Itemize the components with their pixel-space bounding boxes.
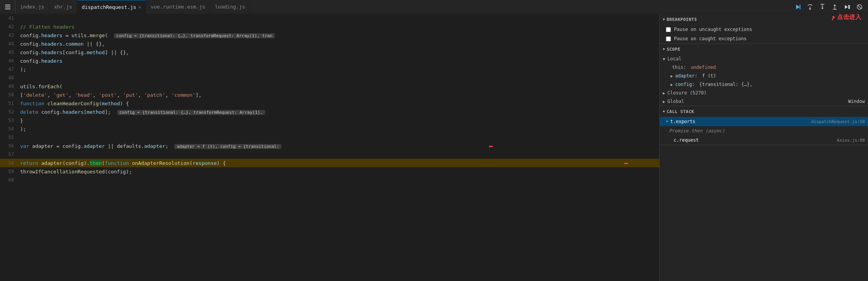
red-arrow-2: ⬅ [624,160,628,166]
step-out-button[interactable] [829,2,840,12]
svg-marker-11 [834,4,836,6]
global-value: Window [848,99,865,104]
pause-uncaught-row: Pause on uncaught exceptions [660,25,868,34]
scope-header[interactable]: ▼ Scope [660,44,868,55]
table-row: 56 var adapter = config.adapter || defau… [0,142,659,150]
resume-button[interactable] [792,2,803,12]
continue-button[interactable] [842,2,853,12]
config-value: {transitional: {…}, [700,82,752,87]
table-row: 52 delete config.headers[method]; config… [0,108,659,116]
annotation: ↗ 点击进入 [830,14,861,22]
scope-global-row[interactable]: ▶ Global Window [660,97,868,106]
tab-bar: index.js xhr.js dispatchRequest.js ✕ vue… [0,0,868,14]
svg-marker-6 [809,9,811,10]
scope-config-row[interactable]: ▶ config: {transitional: {…}, [660,80,868,89]
table-row: 43 config.headers = utils.merge( config … [0,31,659,39]
table-row: 47 ); [0,65,659,74]
code-lines: 41 42 // Flatten headers 43 config.heade… [0,14,659,281]
pause-uncaught-label: Pause on uncaught exceptions [674,27,752,32]
annotation-text: 点击进入 [837,14,861,21]
this-value: undefined [691,65,716,70]
pause-caught-label: Pause on caught exceptions [674,36,747,41]
call-stack-item-2[interactable]: c.request Axios.js:88 [660,135,868,145]
table-row: 51 function cleanHeaderConfig(method) { [0,99,659,108]
scope-closure-row[interactable]: ▶ Closure (5270) [660,89,868,97]
table-row: 41 [0,14,659,22]
scope-local-row[interactable]: ▼ Local [660,55,868,63]
breakpoints-label: Breakpoints [667,17,697,22]
breakpoints-header[interactable]: ▼ Breakpoints ↗ 点击进入 [660,14,868,25]
debugger-panel: ▼ Breakpoints ↗ 点击进入 Pause on uncaught e… [659,14,868,281]
tab-vue[interactable]: vue.runtime.esm.js [146,0,210,14]
table-row: 58 return adapter(config).then(function … [0,159,659,167]
triangle-icon: ▼ [663,47,665,51]
table-row: 54 ); [0,125,659,133]
expand-icon: ▼ [663,57,665,61]
call-stack-item-1: Promise.then (async) [660,126,868,135]
pause-caught-checkbox[interactable] [666,36,671,41]
tab-xhr[interactable]: xhr.js [49,0,77,14]
table-row: 45 config.headers[config.method] || {}, [0,48,659,57]
call-stack-file: Axios.js:88 [837,138,865,143]
table-row: 55 [0,133,659,142]
pause-uncaught-checkbox[interactable] [666,27,671,32]
global-label: Global [667,99,684,104]
this-key: this: [672,65,686,70]
call-stack-file: dispatchRequest.js:58 [811,119,865,124]
tab-close-icon[interactable]: ✕ [138,5,141,10]
table-row: 57 [0,150,659,159]
main-content: 41 42 // Flatten headers 43 config.heade… [0,14,868,281]
call-stack-item-0[interactable]: ➤ t.exports dispatchRequest.js:58 [660,117,868,126]
adapter-value: f (t) [702,73,716,79]
svg-marker-8 [821,8,824,9]
scope-section: ▼ Scope ▼ Local this: undefined ▶ adapte… [660,44,868,106]
call-stack-name: t.exports [670,119,695,124]
triangle-icon: ▼ [663,17,665,21]
table-row: 50 ['delete', 'get', 'head', 'post', 'pu… [0,91,659,99]
tab-dispatch[interactable]: dispatchRequest.js ✕ [77,0,146,14]
closure-label: Closure (5270) [667,90,706,96]
call-stack-header[interactable]: ▼ Call Stack [660,106,868,117]
local-label: Local [667,56,681,62]
pause-caught-row: Pause on caught exceptions [660,34,868,43]
svg-rect-1 [5,7,10,7]
table-row: 59 throwIfCancellationRequested(config); [0,167,659,176]
call-stack-async: Promise.then (async) [669,128,725,134]
scope-label: Scope [667,47,681,52]
table-row: 49 utils.forEach( [0,82,659,91]
svg-rect-2 [5,9,10,9]
table-row: 48 [0,74,659,82]
table-row: 42 // Flatten headers [0,22,659,31]
tab-index[interactable]: index.js [15,0,49,14]
annotation-arrow-icon: ↗ [829,14,837,23]
code-editor: 41 42 // Flatten headers 43 config.heade… [0,14,659,281]
table-row: 46 config.headers [0,57,659,65]
call-stack-name: c.request [674,137,699,143]
call-stack-label: Call Stack [667,109,694,114]
expand-icon: ▶ [671,74,673,78]
svg-marker-3 [796,5,800,9]
adapter-key: adapter: [675,73,698,79]
svg-marker-13 [845,5,848,9]
expand-icon: ▶ [663,91,665,95]
sidebar-toggle[interactable] [0,0,15,14]
svg-rect-4 [800,5,800,9]
table-row: 53 } [0,116,659,125]
scope-adapter-row[interactable]: ▶ adapter: f (t) [660,72,868,80]
expand-icon: ▶ [663,99,665,104]
scope-this-row: this: undefined [660,63,868,72]
table-row: 60 [0,176,659,184]
triangle-icon: ▼ [663,110,665,113]
svg-line-17 [858,5,861,9]
call-stack-arrow-icon: ➤ [666,119,669,124]
step-into-button[interactable] [817,2,828,12]
debug-toolbar [789,2,868,12]
red-arrow-1: ⬅ [488,143,493,149]
expand-icon: ▶ [671,82,673,87]
step-over-button[interactable] [805,2,815,12]
table-row: 44 config.headers.common || {}, [0,39,659,48]
deactivate-breakpoints-button[interactable] [854,2,865,12]
tab-loading[interactable]: loading.js [210,0,250,14]
config-key: config: [675,82,695,87]
svg-rect-0 [5,5,10,5]
